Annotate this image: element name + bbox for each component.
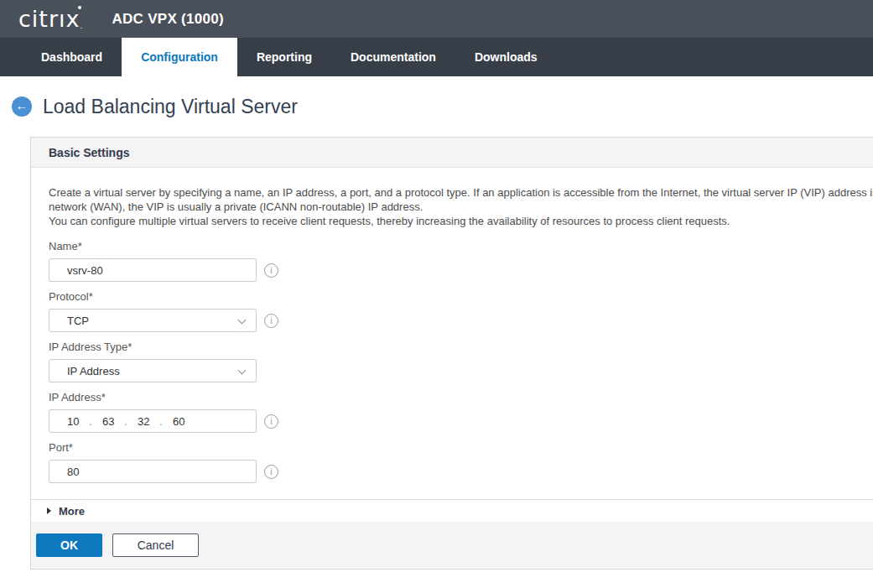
app-header: citrıx. ADC VPX (1000)	[0, 0, 873, 38]
panel-body: Create a virtual server by specifying a …	[31, 168, 873, 499]
protocol-select[interactable]: TCP	[49, 309, 257, 332]
port-field-group: Port* i	[49, 442, 873, 483]
page-title: Load Balancing Virtual Server	[43, 96, 298, 118]
protocol-field-group: Protocol* TCP i	[49, 291, 873, 332]
chevron-down-icon	[238, 367, 247, 375]
logo-trademark-dot: .	[81, 22, 84, 30]
back-button[interactable]: ←	[12, 96, 32, 117]
citrix-logo-text: citrıx	[18, 6, 81, 32]
main-nav: Dashboard Configuration Reporting Docume…	[0, 38, 873, 76]
port-input[interactable]	[49, 460, 257, 483]
chevron-down-icon	[238, 316, 247, 325]
ip-separator: .	[124, 415, 138, 428]
logo-x-dot	[78, 6, 81, 9]
back-arrow-icon: ←	[16, 96, 29, 115]
ip-address-field-group: IP Address* 10 . 63 . 32 . 60 i	[49, 392, 873, 433]
ip-address-type-label: IP Address Type*	[49, 341, 873, 352]
ip-address-type-selected-value: IP Address	[67, 365, 120, 377]
description-line: Create a virtual server by specifying a …	[49, 185, 873, 200]
name-input[interactable]	[49, 258, 257, 282]
info-icon[interactable]: i	[264, 414, 278, 429]
protocol-label: Protocol*	[49, 291, 873, 302]
name-field-group: Name* i	[49, 241, 873, 282]
app-title: ADC VPX (1000)	[112, 11, 224, 28]
page-title-row: ← Load Balancing Virtual Server	[0, 76, 873, 137]
ip-octet-1[interactable]: 10	[67, 415, 89, 428]
tab-reporting[interactable]: Reporting	[237, 38, 331, 76]
description-line: network (WAN), the VIP is usually a priv…	[49, 200, 873, 214]
basic-settings-panel: Basic Settings Create a virtual server b…	[30, 137, 873, 570]
more-toggle[interactable]: More	[31, 499, 873, 522]
ip-separator: .	[89, 415, 102, 428]
ip-address-type-field-group: IP Address Type* IP Address	[49, 341, 873, 382]
ip-octet-2[interactable]: 63	[102, 415, 124, 428]
protocol-selected-value: TCP	[67, 315, 89, 327]
ok-button[interactable]: OK	[36, 533, 102, 557]
info-icon[interactable]: i	[264, 314, 278, 328]
ip-octet-4[interactable]: 60	[173, 415, 195, 428]
info-icon[interactable]: i	[264, 465, 278, 479]
ip-address-type-select[interactable]: IP Address	[49, 359, 257, 382]
cancel-button[interactable]: Cancel	[112, 533, 199, 557]
ip-address-input[interactable]: 10 . 63 . 32 . 60	[49, 409, 257, 433]
name-label: Name*	[49, 241, 873, 252]
panel-description: Create a virtual server by specifying a …	[49, 185, 873, 228]
ip-address-label: IP Address*	[49, 392, 873, 403]
more-label: More	[59, 505, 85, 518]
tab-dashboard[interactable]: Dashboard	[22, 38, 122, 76]
panel-title: Basic Settings	[49, 146, 129, 159]
panel-footer: OK Cancel	[31, 522, 873, 569]
tab-downloads[interactable]: Downloads	[455, 38, 557, 76]
tab-configuration[interactable]: Configuration	[122, 38, 237, 76]
ip-octet-3[interactable]: 32	[138, 415, 159, 428]
tab-documentation[interactable]: Documentation	[331, 38, 455, 76]
citrix-logo: citrıx.	[18, 8, 89, 30]
ip-separator: .	[159, 415, 173, 428]
description-line: You can configure multiple virtual serve…	[49, 214, 873, 228]
panel-header: Basic Settings	[31, 138, 873, 168]
info-icon[interactable]: i	[264, 263, 278, 278]
port-label: Port*	[49, 442, 873, 453]
expand-triangle-icon	[47, 507, 51, 514]
